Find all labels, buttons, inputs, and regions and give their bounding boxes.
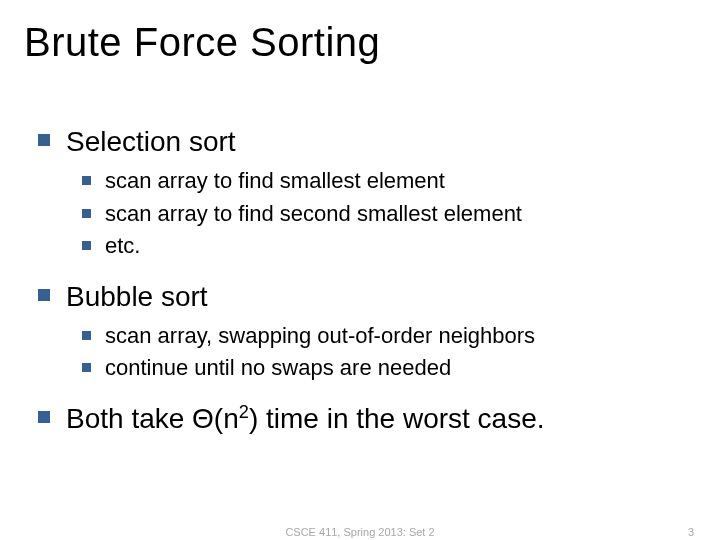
item-label: etc. [105,232,140,261]
item-label: scan array to find smallest element [105,167,445,196]
item-label: Selection sort [66,124,236,159]
bullet-icon [82,176,91,185]
list-item: continue until no swaps are needed [82,354,690,383]
bullet-icon [82,209,91,218]
list-item: Bubble sort [38,279,690,314]
list-item: etc. [82,232,690,261]
bullet-icon [82,331,91,340]
bullet-icon [38,289,50,301]
item-label: scan array to find second smallest eleme… [105,200,522,229]
list-item: scan array, swapping out-of-order neighb… [82,322,690,351]
list-item: scan array to find second smallest eleme… [82,200,690,229]
item-label: Bubble sort [66,279,208,314]
page-number: 3 [688,526,694,538]
slide-title: Brute Force Sorting [24,20,380,65]
bullet-icon [38,411,50,423]
text-sup: 2 [239,402,249,422]
list-item: scan array to find smallest element [82,167,690,196]
item-label: scan array, swapping out-of-order neighb… [105,322,535,351]
slide-content: Selection sort scan array to find smalle… [38,118,690,444]
list-item: Both take Θ(n2) time in the worst case. [38,401,690,436]
slide: Brute Force Sorting Selection sort scan … [0,0,720,540]
item-label: continue until no swaps are needed [105,354,451,383]
bullet-icon [82,363,91,372]
bullet-icon [82,241,91,250]
bullet-icon [38,134,50,146]
item-label: Both take Θ(n2) time in the worst case. [66,401,545,436]
text-pre: Both take Θ(n [66,403,239,434]
list-item: Selection sort [38,124,690,159]
sub-list: scan array to find smallest element scan… [82,167,690,261]
footer-center-text: CSCE 411, Spring 2013: Set 2 [285,526,434,538]
sub-list: scan array, swapping out-of-order neighb… [82,322,690,383]
text-post: ) time in the worst case. [249,403,545,434]
